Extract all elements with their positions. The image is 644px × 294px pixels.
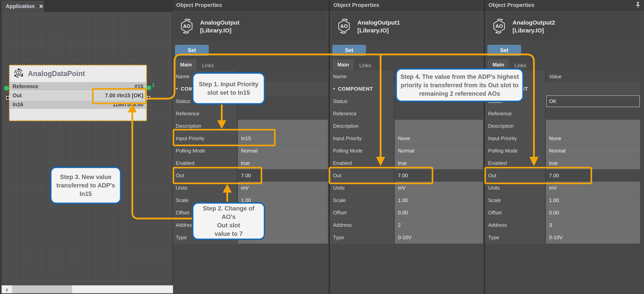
panel-title: Object Properties — [488, 2, 534, 8]
property-label: Out — [485, 170, 546, 182]
adp-right-port[interactable] — [146, 86, 151, 90]
panel-tabs: MainLinks — [332, 59, 376, 70]
property-row-reference: Reference — [485, 108, 640, 120]
property-value[interactable]: mV — [546, 182, 640, 194]
property-value[interactable]: mV — [238, 182, 328, 194]
tab-main[interactable]: Main — [175, 59, 197, 70]
property-row-address: Address2 — [330, 219, 483, 231]
property-value[interactable] — [238, 108, 328, 120]
property-value[interactable]: 7.00 — [546, 170, 640, 182]
chevron-down-icon[interactable]: ▾ — [176, 86, 178, 92]
set-button[interactable]: Set — [175, 45, 209, 56]
property-label: Enabled — [330, 157, 395, 169]
pin-icon[interactable] — [635, 2, 640, 9]
property-row-description: Description — [330, 120, 483, 132]
adp-slot-reference[interactable]: Reference#15 — [10, 82, 146, 91]
analog-output-icon: AO — [492, 19, 506, 34]
property-row-input-priority: Input PriorityNone — [485, 132, 640, 145]
property-value[interactable]: 3 — [546, 219, 640, 231]
adp-header: A AnalogDataPoint — [10, 66, 146, 82]
analog-output-icon: AO — [179, 19, 194, 34]
tab-application[interactable]: Application ✕ — [2, 1, 44, 12]
panel-title: Object Properties — [176, 2, 222, 8]
object-header-card: AOAnalogOutput2[Library.IO] — [487, 12, 640, 40]
scroll-left-icon[interactable]: ‹ — [2, 286, 12, 293]
chevron-down-icon[interactable]: ▾ — [333, 86, 335, 92]
property-row-input-priority: Input PriorityNone — [330, 132, 483, 145]
panel-titlebar: Object Properties — [172, 0, 329, 10]
adp-slot-in16[interactable]: In1611847558.00 — [10, 100, 146, 109]
property-value[interactable]: 1.00 — [546, 194, 640, 206]
set-button[interactable]: Set — [332, 45, 366, 56]
adp-slot-name: Reference — [12, 84, 38, 90]
adp-resize-handle-right[interactable] — [147, 96, 150, 100]
adp-left-port[interactable] — [4, 86, 9, 90]
adp-resize-handle-left[interactable] — [6, 96, 10, 100]
property-value[interactable]: mV — [395, 182, 483, 194]
property-label: Offset — [485, 206, 546, 219]
property-value[interactable]: Normal — [546, 145, 640, 157]
property-label: Units — [485, 182, 546, 194]
property-row-out: Out7.00 — [172, 170, 328, 182]
adp-slot-name: In16 — [12, 102, 23, 108]
property-value[interactable]: Normal — [238, 145, 328, 157]
object-header-card: AOAnalogOutput[Library.IO] — [175, 12, 325, 40]
callout-step3: Step 3. New value transferred to ADP's I… — [50, 167, 121, 204]
property-value[interactable]: 7.00 — [238, 170, 328, 182]
property-value[interactable]: true — [395, 157, 483, 169]
property-label: Out — [172, 170, 238, 182]
property-value[interactable]: None — [546, 132, 640, 144]
property-row-input-priority: Input PriorityIn15 — [172, 132, 328, 145]
property-value[interactable]: 7.00 — [395, 170, 483, 182]
property-row-description: Description — [485, 120, 640, 132]
property-value[interactable]: OK — [546, 95, 640, 107]
column-header-value: Value — [546, 70, 640, 82]
property-label: Description — [485, 120, 546, 132]
property-row-type: Type0-10V — [485, 231, 640, 244]
object-name: AnalogOutput2 — [512, 19, 555, 26]
property-value[interactable]: 1.00 — [395, 194, 483, 206]
object-names: AnalogOutput1[Library.IO] — [358, 19, 400, 34]
property-label: Scale — [330, 194, 395, 206]
canvas-horizontal-scrollbar[interactable]: ‹ — [2, 285, 173, 293]
property-value[interactable] — [238, 120, 328, 132]
adp-slot-out[interactable]: Out7.00 #In15 [OK] — [10, 91, 146, 100]
property-value[interactable] — [395, 108, 483, 120]
property-value[interactable]: In15 — [238, 132, 328, 144]
property-label: Type — [330, 231, 395, 244]
scrollbar-thumb[interactable] — [12, 285, 72, 293]
property-row-reference: Reference — [172, 108, 328, 120]
object-properties-panel-1: Object PropertiesAOAnalogOutput1[Library… — [330, 0, 484, 294]
tab-links[interactable]: Links — [354, 60, 376, 70]
tab-main[interactable]: Main — [332, 59, 354, 70]
property-label: Description — [330, 120, 395, 132]
property-label: Units — [330, 182, 395, 194]
property-value[interactable] — [395, 120, 483, 132]
property-value[interactable]: 0-10V — [546, 231, 640, 244]
property-value[interactable]: true — [238, 157, 328, 169]
property-row-polling-mode: Polling ModeNormal — [485, 145, 640, 157]
tab-links[interactable]: Links — [197, 60, 219, 70]
property-value[interactable]: true — [546, 157, 640, 169]
analog-data-point-block[interactable]: A AnalogDataPoint Reference#15Out7.00 #I… — [9, 65, 147, 121]
property-label: Input Priority — [172, 132, 238, 144]
property-value[interactable]: 0-10V — [395, 231, 483, 244]
property-value[interactable]: 0.00 — [395, 206, 483, 219]
set-button[interactable]: Set — [487, 45, 521, 56]
property-value[interactable]: Normal — [395, 145, 483, 157]
property-value[interactable]: None — [395, 132, 483, 144]
object-library: [Library.IO] — [512, 27, 555, 34]
property-value[interactable]: 0.00 — [546, 206, 640, 219]
property-row-out: Out7.00 — [485, 170, 640, 182]
property-row-out: Out7.00 — [330, 170, 483, 182]
close-icon[interactable]: ✕ — [39, 3, 44, 10]
property-row-enabled: Enabledtrue — [172, 157, 328, 170]
property-value[interactable] — [546, 108, 640, 120]
svg-text:AO: AO — [340, 24, 348, 29]
property-row-polling-mode: Polling ModeNormal — [330, 145, 483, 157]
diagram-grid[interactable] — [2, 12, 172, 294]
property-value[interactable] — [546, 120, 640, 132]
property-label: Input Priority — [330, 132, 395, 144]
property-value[interactable]: 2 — [395, 219, 483, 231]
panel-titlebar: Object Properties — [330, 0, 484, 10]
